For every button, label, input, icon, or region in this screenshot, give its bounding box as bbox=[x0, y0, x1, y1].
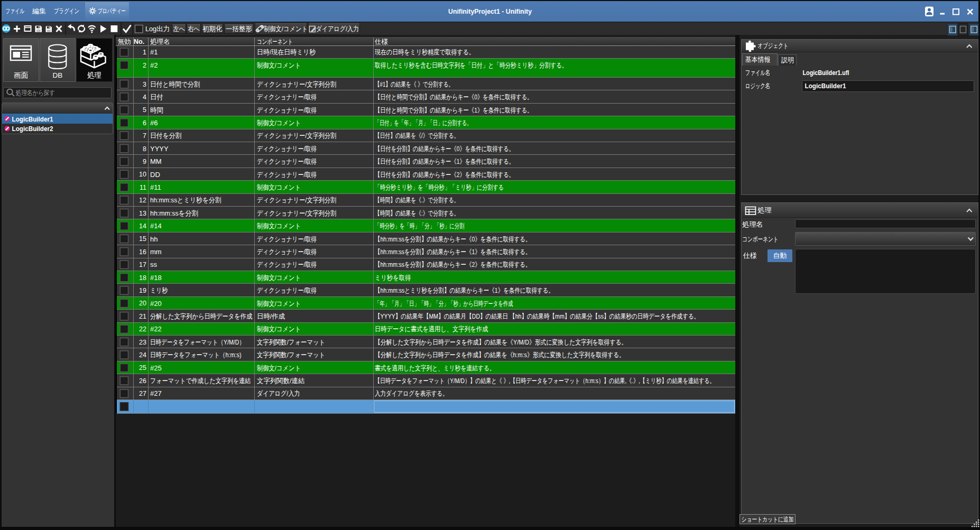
svg-text:19: 19 bbox=[139, 287, 146, 294]
svg-text:ディクショナリー/取得: ディクショナリー/取得 bbox=[257, 157, 317, 165]
svg-text:14: 14 bbox=[139, 222, 146, 230]
svg-text:【日付を分割】の結果からキー《1》を条件に取得する。: 【日付を分割】の結果からキー《1》を条件に取得する。 bbox=[375, 157, 514, 165]
svg-text:LogicBuilder1: LogicBuilder1 bbox=[805, 82, 846, 90]
svg-text:5: 5 bbox=[143, 106, 146, 114]
svg-text:25: 25 bbox=[139, 364, 146, 371]
svg-text:時間: 時間 bbox=[150, 106, 163, 114]
svg-text:プラグイン: プラグイン bbox=[54, 7, 79, 15]
svg-text:処理名: 処理名 bbox=[742, 220, 763, 228]
svg-text:ファイル: ファイル bbox=[6, 7, 25, 15]
svg-text:15: 15 bbox=[139, 235, 146, 243]
svg-text:【時間】の結果を《:》で分割する。: 【時間】の結果を《:》で分割する。 bbox=[375, 209, 459, 217]
svg-text:【分解した文字列から日時データを作成】の結果を《Y/M/D》: 【分解した文字列から日時データを作成】の結果を《Y/M/D》形式に変換した文字列… bbox=[375, 338, 627, 346]
svg-text:無効: 無効 bbox=[118, 38, 131, 45]
svg-text:ディクショナリー/文字列分割: ディクショナリー/文字列分割 bbox=[257, 80, 336, 88]
svg-text:22: 22 bbox=[139, 326, 146, 333]
svg-text:18: 18 bbox=[139, 274, 146, 282]
svg-text:文字列関数/フォーマット: 文字列関数/フォーマット bbox=[257, 351, 325, 359]
svg-text:mm: mm bbox=[150, 248, 162, 256]
svg-text:ss: ss bbox=[150, 261, 158, 268]
svg-text:#14: #14 bbox=[150, 222, 162, 230]
svg-text:ショートカットに追加: ショートカットに追加 bbox=[742, 516, 794, 523]
svg-text:説明: 説明 bbox=[781, 56, 794, 64]
svg-text:コンポーネント: コンポーネント bbox=[743, 235, 779, 243]
svg-text:ディクショナリー/取得: ディクショナリー/取得 bbox=[257, 261, 317, 268]
svg-text:基本情報: 基本情報 bbox=[745, 55, 771, 63]
svg-text:24: 24 bbox=[139, 351, 146, 359]
svg-text:文字列関数/フォーマット: 文字列関数/フォーマット bbox=[257, 338, 325, 346]
svg-text:処理: 処理 bbox=[87, 71, 102, 79]
svg-text:ディクショナリー/取得: ディクショナリー/取得 bbox=[257, 93, 317, 101]
svg-text:10: 10 bbox=[139, 171, 146, 178]
svg-text:ディクショナリー/取得: ディクショナリー/取得 bbox=[257, 145, 317, 153]
svg-text:【日付を分割】の結果からキー《2》を条件に取得する。: 【日付を分割】の結果からキー《2》を条件に取得する。 bbox=[375, 171, 514, 179]
svg-text:LogicBuilder2: LogicBuilder2 bbox=[12, 125, 53, 133]
svg-text:制御文/コメント: 制御文/コメント bbox=[257, 325, 301, 333]
svg-text:ミリ秒: ミリ秒 bbox=[150, 286, 168, 294]
svg-text:日付: 日付 bbox=[150, 93, 163, 101]
svg-text:LogicBuilder1.ufl: LogicBuilder1.ufl bbox=[803, 69, 849, 77]
svg-text:【日付と時間で分割】の結果からキー《0》を条件に取得する。: 【日付と時間で分割】の結果からキー《0》を条件に取得する。 bbox=[375, 93, 533, 101]
svg-text:ディクショナリー/取得: ディクショナリー/取得 bbox=[257, 286, 317, 294]
svg-text:3: 3 bbox=[143, 81, 146, 88]
svg-text:制御文/コメント: 制御文/コメント bbox=[264, 25, 308, 33]
svg-text:【日付】の結果を《/》で分割する。: 【日付】の結果を《/》で分割する。 bbox=[375, 132, 459, 140]
svg-text:【日付を分割】の結果からキー《0》を条件に取得する。: 【日付を分割】の結果からキー《0》を条件に取得する。 bbox=[375, 145, 514, 153]
svg-text:日時/現在日時ミリ秒: 日時/現在日時ミリ秒 bbox=[257, 48, 316, 56]
svg-text:#2: #2 bbox=[150, 61, 158, 69]
svg-text:制御文/コメント: 制御文/コメント bbox=[257, 183, 301, 191]
svg-text:右へ: 右へ bbox=[188, 25, 199, 33]
svg-text:処理名から探す: 処理名から探す bbox=[15, 89, 55, 97]
svg-text:制御文/コメント: 制御文/コメント bbox=[257, 364, 301, 372]
svg-text:仕様: 仕様 bbox=[743, 252, 757, 259]
svg-text:コンポーネント: コンポーネント bbox=[257, 38, 293, 45]
svg-text:「年」「月」「日」「時」「分」「秒」から日時データを作成: 「年」「月」「日」「時」「分」「秒」から日時データを作成 bbox=[375, 300, 513, 308]
svg-text:#27: #27 bbox=[150, 389, 162, 397]
svg-text:制御文/コメント: 制御文/コメント bbox=[257, 222, 301, 230]
svg-text:13: 13 bbox=[139, 210, 146, 217]
svg-text:現在の日時をミリ秒精度で取得する。: 現在の日時をミリ秒精度で取得する。 bbox=[375, 48, 475, 56]
svg-text:#11: #11 bbox=[150, 183, 161, 191]
svg-text:2: 2 bbox=[143, 62, 146, 69]
svg-text:ファイル名: ファイル名 bbox=[745, 69, 770, 77]
svg-text:【hh:mm:ssとミリ秒を分割】の結果からキー《1》を条件: 【hh:mm:ssとミリ秒を分割】の結果からキー《1》を条件に取得する。 bbox=[375, 286, 554, 294]
svg-text:自動: 自動 bbox=[773, 252, 787, 259]
svg-text:6: 6 bbox=[143, 119, 146, 127]
svg-text:UnifinityProject1 - Unifinity: UnifinityProject1 - Unifinity bbox=[448, 7, 532, 15]
svg-text:書式を適用した文字列と、ミリ秒を連結する。: 書式を適用した文字列と、ミリ秒を連結する。 bbox=[375, 364, 495, 372]
svg-text:1: 1 bbox=[143, 49, 146, 56]
svg-text:7: 7 bbox=[143, 132, 146, 140]
svg-text:【時間】の結果を《.》で分割する。: 【時間】の結果を《.》で分割する。 bbox=[375, 196, 459, 204]
svg-text:#25: #25 bbox=[150, 364, 162, 372]
svg-text:ミリ秒を取得: ミリ秒を取得 bbox=[375, 274, 411, 282]
svg-text:4: 4 bbox=[143, 94, 146, 101]
svg-text:日時データをフォーマット（Y/M/D）: 日時データをフォーマット（Y/M/D） bbox=[150, 338, 245, 346]
svg-text:フォーマットで作成した文字列を連結: フォーマットで作成した文字列を連結 bbox=[150, 377, 251, 385]
svg-text:日時/作成: 日時/作成 bbox=[257, 312, 285, 320]
svg-text:【#1】の結果を《 》で分割する。: 【#1】の結果を《 》で分割する。 bbox=[375, 80, 454, 88]
svg-text:編集: 編集 bbox=[32, 7, 47, 15]
svg-text:ダイアログ/入力: ダイアログ/入力 bbox=[316, 25, 359, 33]
svg-text:ディクショナリー/取得: ディクショナリー/取得 bbox=[257, 106, 317, 114]
svg-text:LogicBuilder1: LogicBuilder1 bbox=[12, 115, 53, 123]
svg-text:入力ダイアログを表示する。: 入力ダイアログを表示する。 bbox=[375, 389, 448, 397]
svg-text:YYYY: YYYY bbox=[150, 145, 169, 153]
svg-text:左へ: 左へ bbox=[173, 25, 185, 33]
svg-text:ロジック名: ロジック名 bbox=[745, 82, 770, 90]
svg-text:8: 8 bbox=[143, 145, 146, 153]
svg-text:【hh:mm:ssを分割】の結果からキー《0》を条件に取得す: 【hh:mm:ssを分割】の結果からキー《0》を条件に取得する。 bbox=[375, 235, 531, 243]
svg-text:日付を分割: 日付を分割 bbox=[150, 132, 182, 140]
svg-text:【hh:mm:ssを分割】の結果からキー《2》を条件に取得す: 【hh:mm:ssを分割】の結果からキー《2》を条件に取得する。 bbox=[375, 261, 531, 268]
svg-text:hh:mm:ssとミリ秒を分割: hh:mm:ssとミリ秒を分割 bbox=[150, 196, 221, 204]
svg-text:20: 20 bbox=[139, 300, 146, 307]
svg-text:No.: No. bbox=[134, 38, 144, 45]
svg-text:ディクショナリー/文字列分割: ディクショナリー/文字列分割 bbox=[257, 196, 336, 204]
svg-text:文字列関数/連結: 文字列関数/連結 bbox=[257, 377, 304, 385]
svg-text:17: 17 bbox=[139, 261, 146, 268]
svg-text:処理名: 処理名 bbox=[150, 38, 170, 45]
svg-text:制御文/コメント: 制御文/コメント bbox=[257, 119, 301, 127]
svg-text:16: 16 bbox=[139, 248, 146, 256]
svg-text:26: 26 bbox=[139, 377, 146, 385]
svg-text:日時データに書式を適用し、文字列を作成: 日時データに書式を適用し、文字列を作成 bbox=[375, 325, 488, 333]
svg-text:【分解した文字列から日時データを作成】の結果を《h:m:s》: 【分解した文字列から日時データを作成】の結果を《h:m:s》形式に変換した文字列… bbox=[375, 351, 625, 359]
